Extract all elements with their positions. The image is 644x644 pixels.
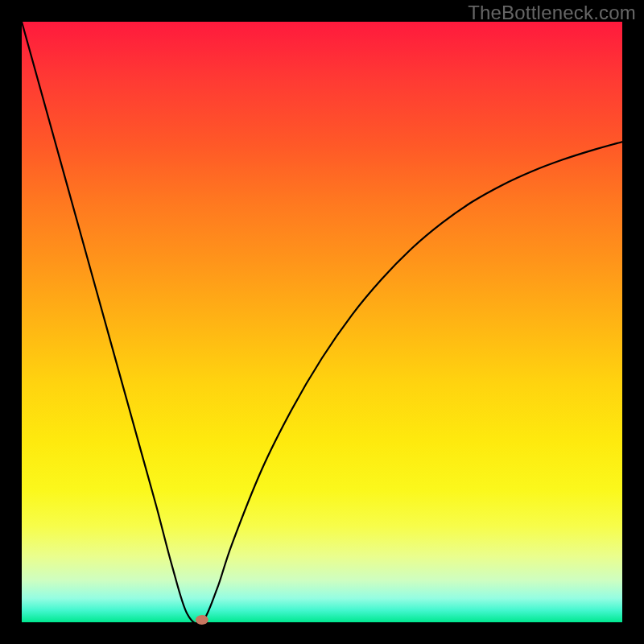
plot-area bbox=[22, 22, 622, 622]
minimum-marker bbox=[196, 615, 208, 625]
bottleneck-curve bbox=[22, 22, 622, 624]
chart-frame: TheBottleneck.com bbox=[0, 0, 644, 644]
chart-svg bbox=[22, 22, 622, 622]
watermark-text: TheBottleneck.com bbox=[468, 2, 636, 24]
